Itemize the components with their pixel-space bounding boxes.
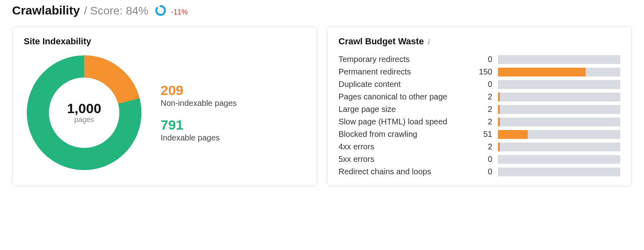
score-donut-icon [155, 5, 166, 18]
crawl-budget-row[interactable]: Pages canonical to other page2 [339, 92, 620, 101]
crawl-budget-row[interactable]: Temporary redirects0 [339, 55, 620, 64]
crawl-budget-card: Crawl Budget Waste i Temporary redirects… [327, 26, 632, 186]
crawl-budget-label: Permanent redirects [339, 67, 466, 76]
indexability-stats: 209 Non-indexable pages 791 Indexable pa… [161, 83, 237, 143]
crawl-budget-value: 51 [472, 130, 492, 139]
stat-non-indexable[interactable]: 209 Non-indexable pages [161, 83, 237, 108]
crawl-budget-row[interactable]: Blocked from crawling51 [339, 130, 620, 139]
crawl-budget-row[interactable]: Duplicate content0 [339, 80, 620, 89]
crawl-budget-bar [498, 118, 620, 126]
info-icon[interactable]: i [428, 38, 430, 46]
crawl-budget-label: 4xx errors [339, 142, 466, 151]
stat-label-indexable: Indexable pages [161, 133, 237, 143]
crawl-budget-label: Redirect chains and loops [339, 167, 466, 176]
crawl-budget-value: 2 [472, 105, 492, 114]
crawl-budget-bar [498, 55, 620, 64]
crawl-budget-value: 2 [472, 142, 492, 151]
crawl-budget-row[interactable]: 5xx errors0 [339, 155, 620, 164]
crawl-budget-label: Pages canonical to other page [339, 92, 466, 101]
crawl-budget-row[interactable]: Slow page (HTML) load speed2 [339, 117, 620, 126]
score-value: 84% [126, 4, 149, 17]
score-prefix: / Score: [84, 4, 126, 17]
stat-indexable[interactable]: 791 Indexable pages [161, 118, 237, 143]
crawl-budget-row[interactable]: Large page size2 [339, 105, 620, 114]
crawl-budget-bar [498, 80, 620, 89]
crawl-budget-bar [498, 167, 620, 176]
page-title: Crawlability [12, 4, 80, 17]
crawl-budget-value: 2 [472, 117, 492, 126]
crawl-budget-label: Blocked from crawling [339, 130, 466, 139]
crawl-budget-label: Large page size [339, 105, 466, 114]
card-title-indexability: Site Indexability [24, 36, 305, 47]
cards-row: Site Indexability 1,000 pages 209 Non-in… [12, 26, 632, 186]
crawl-budget-bar [498, 68, 620, 76]
card-title-crawl-budget: Crawl Budget Waste i [339, 36, 620, 47]
crawl-budget-label: Slow page (HTML) load speed [339, 117, 466, 126]
crawl-budget-value: 2 [472, 92, 492, 101]
crawl-budget-bar [498, 93, 620, 101]
donut-total-label: pages [74, 116, 94, 124]
crawl-budget-bar [498, 105, 620, 114]
svg-point-1 [156, 6, 165, 15]
crawl-budget-value: 0 [472, 167, 492, 176]
site-indexability-card: Site Indexability 1,000 pages 209 Non-in… [12, 26, 317, 186]
crawl-budget-row[interactable]: Permanent redirects150 [339, 67, 620, 76]
stat-value-non-indexable: 209 [161, 83, 237, 98]
crawl-budget-label: 5xx errors [339, 155, 466, 164]
score-label: / Score: 84% [84, 4, 148, 17]
crawl-budget-value: 0 [472, 80, 492, 89]
crawl-budget-value: 0 [472, 55, 492, 64]
score-delta: -11% [171, 8, 188, 17]
indexability-body: 1,000 pages 209 Non-indexable pages 791 … [24, 55, 305, 171]
stat-label-non-indexable: Non-indexable pages [161, 99, 237, 108]
indexability-donut[interactable]: 1,000 pages [24, 52, 144, 173]
crawl-budget-row[interactable]: Redirect chains and loops0 [339, 167, 620, 176]
crawl-budget-bar [498, 143, 620, 151]
crawl-budget-bar [498, 130, 620, 139]
crawl-budget-label: Duplicate content [339, 80, 466, 89]
page-header: Crawlability / Score: 84% -11% [12, 3, 632, 17]
crawl-budget-bar [498, 155, 620, 164]
crawl-budget-list: Temporary redirects0Permanent redirects1… [339, 55, 620, 176]
crawl-budget-label: Temporary redirects [339, 55, 466, 64]
crawl-budget-value: 0 [472, 155, 492, 164]
crawl-budget-title-text: Crawl Budget Waste [339, 36, 424, 46]
crawl-budget-value: 150 [472, 67, 492, 76]
stat-value-indexable: 791 [161, 118, 237, 132]
crawl-budget-row[interactable]: 4xx errors2 [339, 142, 620, 151]
donut-total: 1,000 [67, 101, 101, 116]
